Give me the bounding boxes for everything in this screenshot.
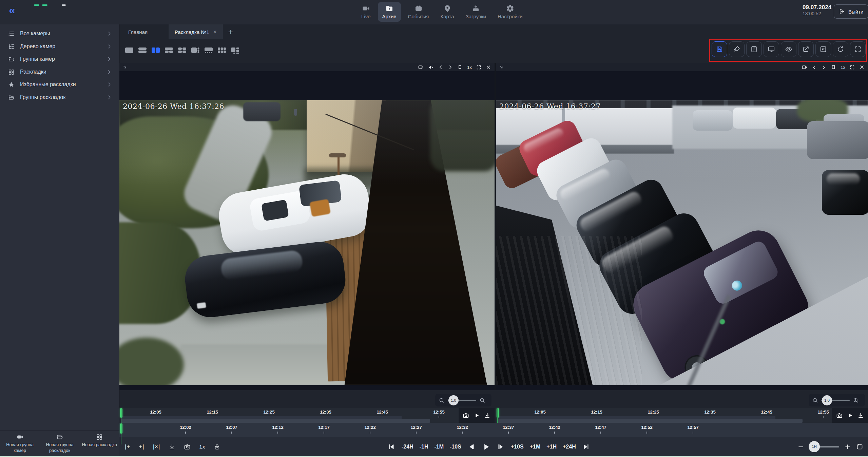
camera-2-tile[interactable]: 2024-06-26 Wed 16:37:27 xyxy=(496,71,868,390)
camera-1-tile[interactable]: 2024-06-26 Wed 16:37:26 xyxy=(119,71,495,390)
timeline-track[interactable] xyxy=(497,416,775,419)
sidebar-item-camera-groups[interactable]: Группы камер xyxy=(0,53,119,65)
zoom-in-icon[interactable] xyxy=(853,397,859,403)
layout-1-plus-5-button[interactable] xyxy=(230,46,240,55)
zoom-out-icon[interactable] xyxy=(439,397,445,403)
pip-icon[interactable] xyxy=(418,64,424,70)
export-share-button[interactable] xyxy=(798,41,814,57)
snapshot-icon[interactable] xyxy=(463,412,469,419)
camera-2-timeline[interactable]: 12:05 12:15 12:25 12:35 12:45 12:55 xyxy=(496,408,868,423)
play-icon[interactable] xyxy=(847,412,853,419)
camera-1-video-frame[interactable]: 2024-06-26 Wed 16:37:26 xyxy=(119,100,495,385)
zoom-slider-handle[interactable]: 1.0 xyxy=(822,395,832,405)
nav-events[interactable]: События xyxy=(404,2,433,22)
layout-1-plus-2-button[interactable] xyxy=(164,46,174,55)
expand-diagonal-icon[interactable] xyxy=(122,64,128,70)
close-tile-icon[interactable] xyxy=(486,64,491,70)
layout-1-plus-4-bottom-button[interactable] xyxy=(204,46,214,55)
nav-downloads[interactable]: Загрузки xyxy=(461,2,490,22)
view-eye-button[interactable] xyxy=(781,41,796,57)
play-icon[interactable] xyxy=(474,412,480,419)
new-layout-button[interactable]: Новая раскладка xyxy=(80,434,118,456)
jump-back-1h-button[interactable]: -1H xyxy=(420,444,428,450)
snapshot-icon[interactable] xyxy=(184,443,191,450)
range-slider[interactable]: 1H xyxy=(809,446,839,448)
nav-settings[interactable]: Настройки xyxy=(493,2,527,22)
journal-button[interactable] xyxy=(746,41,762,57)
sidebar-item-camera-tree[interactable]: Дерево камер xyxy=(0,40,119,53)
download-icon[interactable] xyxy=(169,443,175,450)
bookmark-icon[interactable] xyxy=(831,64,836,70)
tile-fullscreen-icon[interactable] xyxy=(850,65,855,70)
step-back-icon[interactable] xyxy=(467,443,476,451)
close-tile-icon[interactable] xyxy=(859,64,865,70)
step-forward-icon[interactable] xyxy=(497,443,505,451)
new-layout-group-button[interactable]: Новая группа раскладок xyxy=(41,434,79,456)
layout-3x2-button[interactable] xyxy=(217,46,227,55)
zoom-slider[interactable]: 1.0 xyxy=(448,400,476,401)
sidebar-item-favorite-layouts[interactable]: Избранные раскладки xyxy=(0,78,119,91)
skip-to-start-icon[interactable] xyxy=(387,443,396,451)
jump-fwd-1m-button[interactable]: +1M xyxy=(530,444,541,450)
nav-map[interactable]: Карта xyxy=(436,2,458,22)
mute-icon[interactable] xyxy=(428,64,434,70)
collapse-sidebar-icon[interactable]: « xyxy=(9,4,15,16)
layout-1x1-button[interactable] xyxy=(124,46,134,55)
download-icon[interactable] xyxy=(484,412,490,419)
add-tab-button[interactable]: + xyxy=(223,24,238,39)
sidebar-item-all-cameras[interactable]: Все камеры xyxy=(0,27,119,40)
jump-fwd-10s-button[interactable]: +10S xyxy=(511,444,524,450)
mark-out-button[interactable]: +| xyxy=(139,443,144,450)
clear-marks-button[interactable]: |×| xyxy=(153,443,160,450)
jump-back-24h-button[interactable]: -24H xyxy=(402,444,413,450)
speed-label[interactable]: 1x xyxy=(199,444,205,450)
tab-layout-1[interactable]: Раскладка №1 × xyxy=(169,24,223,39)
zoom-slider-handle[interactable]: 1.0 xyxy=(448,395,459,405)
jump-fwd-1h-button[interactable]: +1H xyxy=(546,444,557,450)
sidebar-item-layout-groups[interactable]: Группы раскладок xyxy=(0,91,119,103)
global-timeline[interactable]: 12:02 12:07 12:12 12:17 12:22 12:27 12:3… xyxy=(119,423,868,437)
timeline-scrollbar[interactable] xyxy=(121,419,430,423)
logout-button[interactable]: Выйти xyxy=(834,4,868,19)
play-button[interactable] xyxy=(482,442,490,451)
camera-2-video-frame[interactable]: 2024-06-26 Wed 16:37:27 xyxy=(496,100,868,385)
save-layout-button[interactable] xyxy=(712,41,727,57)
playback-speed-label[interactable]: 1x xyxy=(841,65,845,70)
resize-button[interactable] xyxy=(815,41,831,57)
sidebar-item-layouts[interactable]: Раскладки xyxy=(0,66,119,78)
prev-frame-icon[interactable] xyxy=(438,65,443,70)
jump-back-1m-button[interactable]: -1M xyxy=(434,444,444,450)
mark-in-button[interactable]: |+ xyxy=(125,443,130,450)
next-frame-icon[interactable] xyxy=(448,65,453,70)
pip-icon[interactable] xyxy=(802,64,807,70)
layout-2-columns-button[interactable] xyxy=(151,46,161,55)
layout-2x2-button[interactable] xyxy=(177,46,187,55)
zoom-out-icon[interactable] xyxy=(812,397,818,403)
next-frame-icon[interactable] xyxy=(821,65,826,70)
nav-archive[interactable]: Архив xyxy=(378,2,401,22)
timeline-track[interactable] xyxy=(121,416,402,419)
prev-frame-icon[interactable] xyxy=(812,65,817,70)
skip-to-end-icon[interactable] xyxy=(582,443,590,451)
playback-speed-label[interactable]: 1x xyxy=(467,65,472,70)
zoom-slider[interactable]: 1.0 xyxy=(821,400,850,401)
jump-back-10s-button[interactable]: -10S xyxy=(450,444,461,450)
jump-fwd-24h-button[interactable]: +24H xyxy=(563,444,576,450)
calendar-icon[interactable] xyxy=(856,443,863,450)
zoom-in-icon[interactable] xyxy=(479,397,485,403)
range-plus-icon[interactable] xyxy=(844,443,851,450)
layout-2-rows-button[interactable] xyxy=(137,46,148,55)
nav-live[interactable]: Live xyxy=(357,2,375,22)
bookmark-icon[interactable] xyxy=(457,64,463,70)
camera-1-timeline[interactable]: 12:05 12:15 12:25 12:35 12:45 12:55 xyxy=(119,408,495,423)
lock-icon[interactable] xyxy=(214,443,220,450)
range-slider-handle[interactable]: 1H xyxy=(809,441,820,452)
close-tab-icon[interactable]: × xyxy=(213,28,217,35)
snapshot-icon[interactable] xyxy=(836,412,843,419)
timeline-scrollbar[interactable] xyxy=(497,419,803,423)
display-button[interactable] xyxy=(764,41,779,57)
clear-layout-brush-button[interactable] xyxy=(729,41,745,57)
tab-home[interactable]: Главная xyxy=(119,24,156,39)
download-icon[interactable] xyxy=(857,412,864,419)
range-minus-icon[interactable] xyxy=(797,443,804,450)
